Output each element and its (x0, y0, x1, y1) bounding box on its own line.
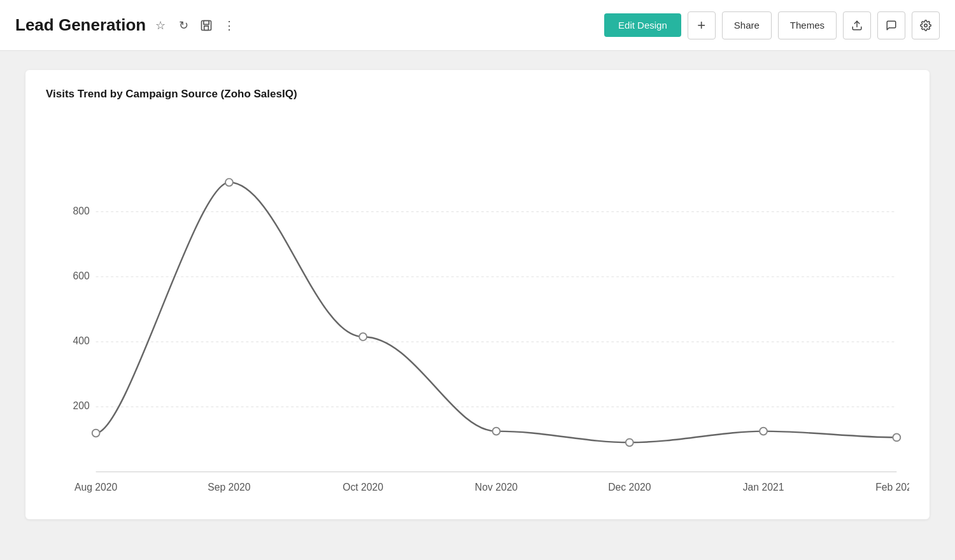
svg-text:Aug 2020: Aug 2020 (74, 482, 118, 493)
svg-text:Jan 2021: Jan 2021 (743, 482, 784, 493)
chart-card: Visits Trend by Campaign Source (Zoho Sa… (25, 70, 930, 519)
svg-text:Feb 2021: Feb 2021 (875, 482, 909, 493)
save-icon[interactable] (199, 18, 213, 32)
svg-point-15 (225, 179, 233, 186)
svg-point-17 (493, 428, 500, 435)
svg-point-14 (92, 430, 100, 437)
svg-text:200: 200 (73, 400, 90, 411)
svg-rect-2 (204, 25, 209, 30)
page-title: Lead Generation (15, 15, 146, 35)
add-button[interactable]: + (688, 11, 716, 39)
svg-text:Sep 2020: Sep 2020 (208, 482, 251, 493)
chart-svg: 800 600 400 200 (46, 112, 909, 507)
main-content: Visits Trend by Campaign Source (Zoho Sa… (0, 51, 955, 560)
export-button[interactable] (843, 11, 871, 39)
header-right: Edit Design + Share Themes (604, 11, 940, 39)
svg-rect-1 (204, 20, 209, 24)
chart-title: Visits Trend by Campaign Source (Zoho Sa… (46, 88, 909, 101)
svg-text:400: 400 (73, 335, 90, 346)
refresh-icon[interactable]: ↻ (176, 18, 190, 32)
svg-point-20 (893, 434, 900, 442)
more-icon[interactable]: ⋮ (222, 18, 236, 32)
comment-button[interactable] (877, 11, 905, 39)
settings-button[interactable] (912, 11, 940, 39)
header: Lead Generation ☆ ↻ ⋮ Edit Design + Shar… (0, 0, 955, 51)
svg-text:800: 800 (73, 206, 90, 216)
header-left: Lead Generation ☆ ↻ ⋮ (15, 15, 604, 35)
themes-button[interactable]: Themes (778, 11, 837, 39)
chart-area: 800 600 400 200 (46, 112, 909, 507)
edit-design-button[interactable]: Edit Design (604, 13, 681, 37)
svg-point-19 (760, 428, 767, 435)
share-button[interactable]: Share (722, 11, 772, 39)
svg-text:Oct 2020: Oct 2020 (343, 482, 383, 493)
svg-point-4 (924, 24, 928, 27)
svg-point-18 (626, 438, 633, 446)
svg-text:Dec 2020: Dec 2020 (608, 482, 651, 493)
star-icon[interactable]: ☆ (153, 18, 167, 32)
svg-point-16 (359, 333, 367, 340)
svg-text:600: 600 (73, 270, 90, 281)
svg-text:Nov 2020: Nov 2020 (475, 482, 518, 493)
header-icons: ☆ ↻ ⋮ (153, 18, 236, 32)
